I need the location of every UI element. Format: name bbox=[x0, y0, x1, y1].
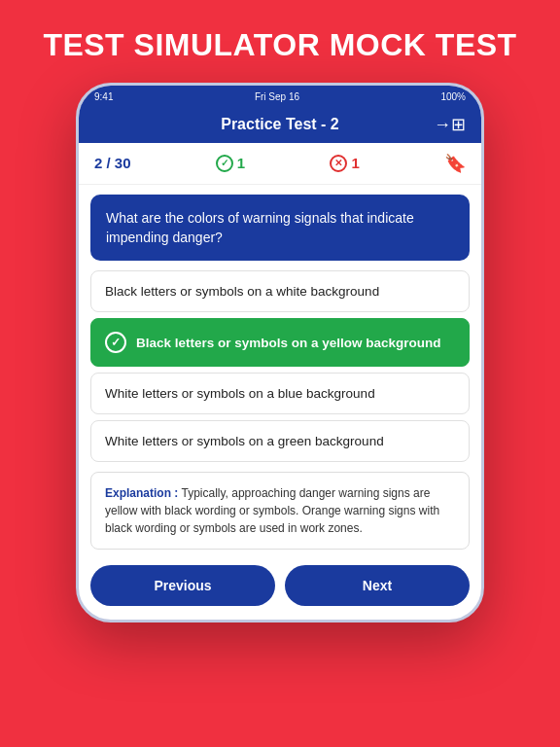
nav-title: Practice Test - 2 bbox=[221, 116, 339, 133]
wrong-count-container: ✕ 1 bbox=[330, 155, 359, 172]
status-time: 9:41 bbox=[94, 91, 113, 102]
next-button[interactable]: Next bbox=[285, 565, 470, 606]
explanation-label: Explanation : bbox=[105, 486, 178, 500]
answer-text-d: White letters or symbols on a green back… bbox=[105, 434, 384, 448]
status-battery: 100% bbox=[440, 91, 466, 102]
stats-bar: 2 / 30 ✓ 1 ✕ 1 🔖 bbox=[79, 143, 481, 185]
exit-icon[interactable]: →︎⊞ bbox=[434, 114, 466, 135]
page-title-container: TEST SIMULATOR MOCK TEST bbox=[4, 0, 555, 83]
status-bar: 9:41 Fri Sep 16 100% bbox=[79, 86, 481, 106]
page-title: TEST SIMULATOR MOCK TEST bbox=[43, 27, 516, 63]
progress-indicator: 2 / 30 bbox=[94, 155, 131, 171]
answer-option-c[interactable]: White letters or symbols on a blue backg… bbox=[90, 373, 470, 414]
answer-option-b[interactable]: ✓ Black letters or symbols on a yellow b… bbox=[90, 318, 470, 367]
correct-icon: ✓ bbox=[216, 155, 233, 172]
answers-container: Black letters or symbols on a white back… bbox=[79, 267, 481, 466]
correct-count-container: ✓ 1 bbox=[216, 155, 245, 172]
answer-option-d[interactable]: White letters or symbols on a green back… bbox=[90, 420, 470, 462]
phone-frame: 9:41 Fri Sep 16 100% Practice Test - 2 →… bbox=[76, 83, 484, 623]
correct-check-icon: ✓ bbox=[105, 332, 126, 353]
question-block: What are the colors of warning signals t… bbox=[90, 195, 470, 262]
bottom-buttons: Previous Next bbox=[79, 557, 481, 620]
progress-text: 2 / 30 bbox=[94, 155, 131, 171]
bookmark-icon[interactable]: 🔖 bbox=[444, 153, 466, 174]
nav-bar: Practice Test - 2 →︎⊞ bbox=[79, 106, 481, 143]
question-text: What are the colors of warning signals t… bbox=[106, 210, 414, 245]
wrong-count: 1 bbox=[351, 155, 359, 171]
answer-text-c: White letters or symbols on a blue backg… bbox=[105, 386, 375, 401]
wrong-icon: ✕ bbox=[330, 155, 347, 172]
answer-text-a: Black letters or symbols on a white back… bbox=[105, 284, 379, 299]
status-date: Fri Sep 16 bbox=[255, 91, 299, 102]
answer-option-a[interactable]: Black letters or symbols on a white back… bbox=[90, 270, 470, 312]
explanation-block: Explanation : Typically, approaching dan… bbox=[90, 472, 470, 550]
correct-count: 1 bbox=[237, 155, 245, 171]
previous-button[interactable]: Previous bbox=[90, 565, 275, 606]
answer-text-b: Black letters or symbols on a yellow bac… bbox=[136, 336, 441, 350]
